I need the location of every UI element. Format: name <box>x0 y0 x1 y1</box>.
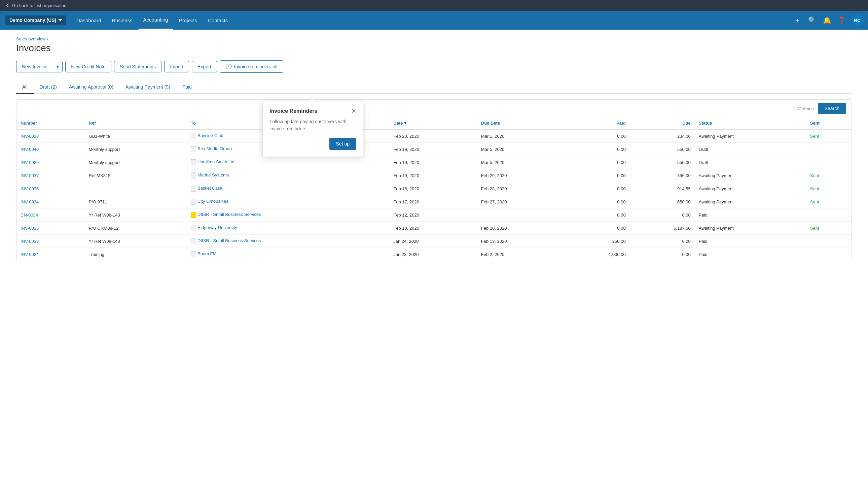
cell-to[interactable]: DIISR - Small Business Services <box>187 208 389 222</box>
cell-number[interactable]: INV-0033 <box>17 235 85 248</box>
table-row[interactable]: INV-0038 GB1-White Bayside Club Feb 20, … <box>17 129 851 143</box>
col-date[interactable]: Date ▾ <box>389 117 477 129</box>
tab-draft[interactable]: Draft (2) <box>34 81 63 94</box>
cell-status: Paid <box>695 248 806 261</box>
nav-projects[interactable]: Projects <box>174 11 202 30</box>
cell-status: Draft <box>695 156 806 169</box>
cell-due-date: Feb 20, 2020 <box>477 222 565 235</box>
cell-due-date: Feb 29, 2020 <box>477 169 565 182</box>
new-invoice-dropdown[interactable]: ▾ <box>53 61 63 73</box>
search-icon[interactable]: 🔍 <box>807 16 817 25</box>
table-row[interactable]: INV-0024 Training Boom FM Jan 23, 2020 F… <box>17 248 851 261</box>
tab-awaiting-approval[interactable]: Awaiting Approval (0) <box>63 81 119 94</box>
cell-ref <box>85 182 187 195</box>
cell-status: Draft <box>695 143 806 156</box>
export-button[interactable]: Export <box>192 61 217 73</box>
popup-close-button[interactable]: ✕ <box>351 108 356 114</box>
cell-due: 914.55 <box>630 182 695 195</box>
cell-status: Paid <box>695 208 806 222</box>
cell-to[interactable]: City Limousines <box>187 195 389 208</box>
import-button[interactable]: Import <box>164 61 189 73</box>
cell-to[interactable]: Basket Case <box>187 182 389 195</box>
table-row[interactable]: INV-0037 Ref MK815 Marine Systems Feb 19… <box>17 169 851 182</box>
cell-paid: 0.00 <box>564 156 629 169</box>
new-invoice-button[interactable]: New Invoice <box>16 61 53 73</box>
cell-number[interactable]: INV-0035 <box>17 222 85 235</box>
popup-setup-button[interactable]: Set up <box>329 138 356 150</box>
send-statements-button[interactable]: Send Statements <box>114 61 161 73</box>
nav-dashboard[interactable]: Dashboard <box>72 11 106 30</box>
table-row[interactable]: INV-0039 Monthly support Hamilton Smith … <box>17 156 851 169</box>
table-row[interactable]: INV-0035 P/O CRM08-12 Ridgeway Universit… <box>17 222 851 235</box>
brand-selector[interactable]: Demo Company (US) <box>5 16 66 25</box>
cell-paid: 0.00 <box>564 143 629 156</box>
cell-number[interactable]: INV-0034 <box>17 195 85 208</box>
doc-icon <box>191 225 196 231</box>
search-button[interactable]: Search <box>818 103 846 114</box>
cell-due-date: Feb 13, 2020 <box>477 235 565 248</box>
cell-to[interactable]: Hamilton Smith Ltd <box>187 156 389 169</box>
doc-icon <box>191 133 196 139</box>
cell-to[interactable]: Boom FM <box>187 248 389 261</box>
cell-to[interactable]: DIISR - Small Business Services <box>187 235 389 248</box>
invoice-reminders-label: Invoice reminders off <box>234 64 278 69</box>
cell-date: Feb 19, 2020 <box>389 143 477 156</box>
help-icon[interactable]: ❓ <box>837 16 846 25</box>
cell-status: Awaiting Payment <box>695 169 806 182</box>
cell-date: Feb 19, 2020 <box>389 169 477 182</box>
cell-number[interactable]: CN-0034 <box>17 208 85 222</box>
nav-accounting[interactable]: Accounting <box>138 11 173 30</box>
nav-business[interactable]: Business <box>107 11 137 30</box>
avatar[interactable]: RC <box>852 15 863 26</box>
cell-number[interactable]: INV-0037 <box>17 169 85 182</box>
table-row[interactable]: INV-0036 Basket Case Feb 18, 2020 Feb 28… <box>17 182 851 195</box>
cell-number[interactable]: INV-0039 <box>17 156 85 169</box>
nav-contacts[interactable]: Contacts <box>203 11 232 30</box>
cell-ref: Ref MK815 <box>85 169 187 182</box>
sent-label: Sent <box>810 173 819 178</box>
cell-due-date: Feb 2, 2020 <box>477 248 565 261</box>
cell-due: 0.00 <box>630 248 695 261</box>
cell-due-date <box>477 208 565 222</box>
cell-to[interactable]: Marine Systems <box>187 169 389 182</box>
cell-due: 550.00 <box>630 143 695 156</box>
new-credit-note-button[interactable]: New Credit Note <box>65 61 111 73</box>
invoice-reminders-button[interactable]: 🕐 Invoice reminders off <box>220 60 284 73</box>
cell-due: 0.00 <box>630 235 695 248</box>
table-row[interactable]: CN-0034 Yr Ref W08-143 DIISR - Small Bus… <box>17 208 851 222</box>
cell-status: Awaiting Payment <box>695 129 806 143</box>
back-button[interactable]: Go back to last organisation <box>5 3 66 8</box>
cell-to[interactable]: Ridgeway University <box>187 222 389 235</box>
table-row[interactable]: INV-0033 Yr Ref W08-143 DIISR - Small Bu… <box>17 235 851 248</box>
cell-number[interactable]: INV-0038 <box>17 129 85 143</box>
cell-sent: Sent <box>806 182 851 195</box>
clock-icon: 🕐 <box>225 63 232 70</box>
cell-paid: 0.00 <box>564 195 629 208</box>
cell-date: Feb 10, 2020 <box>389 222 477 235</box>
popup-body: Follow up late paying customers with inv… <box>270 118 356 132</box>
bell-icon[interactable]: 🔔 <box>822 16 832 25</box>
cell-due-date: Feb 28, 2020 <box>477 182 565 195</box>
table-row[interactable]: INV-0040 Monthly support Rex Media Group… <box>17 143 851 156</box>
cell-number[interactable]: INV-0040 <box>17 143 85 156</box>
cell-date: Jan 24, 2020 <box>389 235 477 248</box>
doc-icon <box>191 172 196 178</box>
tab-awaiting-payment[interactable]: Awaiting Payment (9) <box>119 81 176 94</box>
cell-due-date: Mar 5, 2020 <box>477 143 565 156</box>
table-row[interactable]: INV-0034 P/O 9711 City Limousines Feb 17… <box>17 195 851 208</box>
cell-ref: Monthly support <box>85 143 187 156</box>
cell-paid: 0.00 <box>564 182 629 195</box>
cell-number[interactable]: INV-0024 <box>17 248 85 261</box>
cell-paid: 250.00 <box>564 235 629 248</box>
add-icon[interactable]: ＋ <box>793 16 802 25</box>
cell-sent: Sent <box>806 222 851 235</box>
col-sent: Sent <box>806 117 851 129</box>
breadcrumb[interactable]: Sales overview › <box>16 36 852 41</box>
cell-number[interactable]: INV-0036 <box>17 182 85 195</box>
tab-all[interactable]: All <box>16 81 34 94</box>
cell-ref: Yr Ref W08-143 <box>85 235 187 248</box>
cell-due: 650.00 <box>630 195 695 208</box>
cell-sent <box>806 208 851 222</box>
sent-label: Sent <box>810 226 819 231</box>
tab-paid[interactable]: Paid <box>176 81 198 94</box>
